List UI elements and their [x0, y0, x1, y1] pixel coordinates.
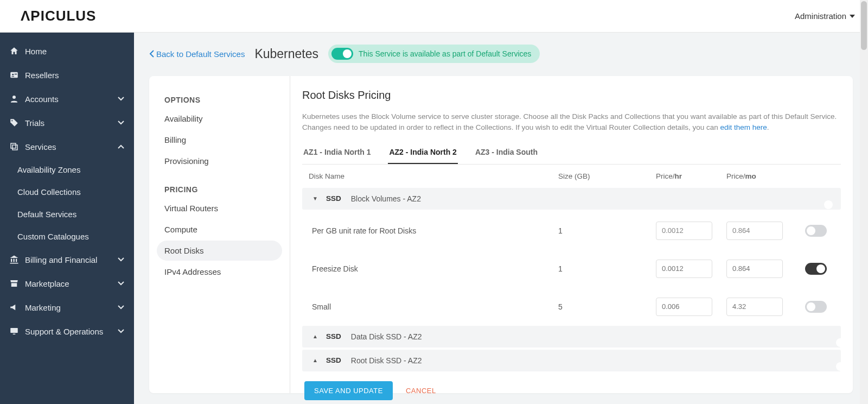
sidebar-item-billing[interactable]: Billing and Financial: [0, 248, 134, 272]
sidebar-label: Availability Zones: [17, 165, 80, 174]
page-title: Kubernetes: [254, 47, 318, 61]
group-tag: SSD: [326, 332, 341, 340]
layers-icon: [9, 141, 20, 152]
chevron-down-icon: [118, 329, 124, 333]
sidebar-item-accounts[interactable]: Accounts: [0, 87, 134, 111]
sidebar-label: Support & Operations: [25, 327, 103, 336]
options-panel: OPTIONS Availability Billing Provisionin…: [149, 76, 290, 393]
group-name: Data Disk SSD - AZ2: [351, 332, 834, 341]
price-mo-input[interactable]: [726, 298, 783, 316]
disk-row: Small 5: [302, 288, 841, 326]
bank-icon: [9, 254, 20, 265]
save-button[interactable]: SAVE AND UPDATE: [304, 381, 393, 400]
content-card: OPTIONS Availability Billing Provisionin…: [149, 76, 853, 393]
price-hr-input[interactable]: [656, 298, 712, 316]
sidebar-label: Accounts: [25, 94, 59, 104]
table-header: Disk Name Size (GB) Price/hr Price/mo: [302, 165, 841, 188]
sidebar-label: Trials: [25, 118, 44, 128]
tab-az3[interactable]: AZ3 - India South: [474, 143, 539, 164]
option-availability[interactable]: Availability: [157, 109, 282, 129]
monitor-icon: [9, 326, 20, 337]
megaphone-icon: [9, 302, 20, 313]
svg-rect-0: [10, 72, 18, 78]
desc-suffix: .: [767, 123, 769, 131]
cancel-button[interactable]: CANCEL: [406, 387, 436, 395]
svg-rect-6: [11, 143, 16, 148]
caret-down-icon: ▼: [309, 195, 322, 201]
sidebar-item-default-services[interactable]: Default Services: [9, 203, 134, 225]
group-name: Block Volumes - AZ2: [351, 194, 834, 203]
section-title-options: OPTIONS: [164, 96, 282, 104]
disk-size: 1: [558, 226, 656, 235]
tab-az2[interactable]: AZ2 - India North 2: [388, 143, 457, 164]
edit-link[interactable]: edit them here: [720, 123, 767, 131]
chevron-down-icon: [118, 257, 124, 262]
page-scrollbar[interactable]: [860, 0, 868, 404]
sidebar-item-marketplace[interactable]: Marketplace: [0, 272, 134, 295]
user-icon: [9, 93, 20, 104]
price-hr-input[interactable]: [656, 260, 712, 278]
sidebar-item-cloud-collections[interactable]: Cloud Collections: [9, 181, 134, 203]
sidebar-item-home[interactable]: Home: [0, 39, 134, 63]
admin-dropdown[interactable]: Administration: [795, 11, 855, 21]
sidebar-item-availability-zones[interactable]: Availability Zones: [9, 159, 134, 181]
main: Back to Default Services Kubernetes This…: [134, 33, 868, 404]
tab-az1[interactable]: AZ1 - India North 1: [302, 143, 372, 164]
tag-icon: [9, 117, 20, 128]
disk-name: Per GB unit rate for Root Disks: [309, 226, 558, 235]
brand-logo: ΛPICULUS: [21, 8, 96, 24]
disk-group-data-disk[interactable]: ▲ SSD Data Disk SSD - AZ2: [302, 326, 841, 348]
chevron-down-icon: [118, 121, 124, 125]
section-title-pricing: PRICING: [164, 185, 282, 194]
price-hr-input[interactable]: [656, 222, 712, 240]
disk-group-block-volumes[interactable]: ▼ SSD Block Volumes - AZ2: [302, 188, 841, 210]
row-toggle[interactable]: [805, 225, 827, 237]
sidebar-item-services[interactable]: Services: [0, 135, 134, 159]
sidebar-item-trials[interactable]: Trials: [0, 111, 134, 135]
caret-up-icon: ▲: [309, 357, 322, 363]
sidebar-label: Marketing: [25, 303, 61, 312]
back-link[interactable]: Back to Default Services: [149, 49, 245, 59]
option-root-disks[interactable]: Root Disks: [157, 241, 282, 261]
caret-down-icon: [850, 15, 855, 18]
sidebar-item-resellers[interactable]: Resellers: [0, 63, 134, 87]
sidebar-label: Marketplace: [25, 279, 69, 288]
price-mo-input[interactable]: [726, 222, 783, 240]
option-compute[interactable]: Compute: [157, 219, 282, 239]
svg-point-4: [12, 96, 16, 99]
option-ipv4[interactable]: IPv4 Addresses: [157, 262, 282, 282]
group-tag: SSD: [326, 194, 341, 203]
price-mo-input[interactable]: [726, 260, 783, 278]
home-icon: [9, 46, 20, 56]
sidebar-label: Billing and Financial: [25, 255, 97, 264]
content-description: Kubernetes uses the Block Volume service…: [302, 111, 841, 134]
row-toggle[interactable]: [805, 263, 827, 275]
sidebar: Home Resellers Accounts: [0, 33, 134, 404]
sidebar-label: Services: [25, 142, 56, 152]
actions-row: SAVE AND UPDATE CANCEL: [302, 381, 841, 400]
sidebar-item-marketing[interactable]: Marketing: [0, 295, 134, 319]
sidebar-label: Resellers: [25, 71, 59, 80]
sidebar-item-custom-catalogues[interactable]: Custom Catalogues: [9, 225, 134, 248]
sidebar-label: Home: [25, 47, 47, 56]
col-disk-name: Disk Name: [309, 172, 558, 180]
disk-name: Freesize Disk: [309, 264, 558, 273]
disk-row: Per GB unit rate for Root Disks 1: [302, 212, 841, 250]
svg-rect-2: [15, 74, 17, 75]
chevron-left-icon: [149, 50, 154, 58]
sidebar-item-support[interactable]: Support & Operations: [0, 319, 134, 343]
row-toggle[interactable]: [805, 301, 827, 313]
svg-rect-3: [12, 76, 15, 77]
sidebar-label: Default Services: [17, 210, 76, 219]
az-tabs: AZ1 - India North 1 AZ2 - India North 2 …: [302, 143, 841, 165]
scrollbar-thumb[interactable]: [861, 1, 867, 50]
disk-group-root-disk[interactable]: ▲ SSD Root Disk SSD - AZ2: [302, 350, 841, 371]
chevron-up-icon: [118, 144, 124, 149]
option-virtual-routers[interactable]: Virtual Routers: [157, 198, 282, 218]
svg-point-1: [12, 74, 14, 75]
option-provisioning[interactable]: Provisioning: [157, 151, 282, 171]
disk-row: Freesize Disk 1: [302, 250, 841, 288]
service-enabled-toggle[interactable]: [331, 48, 353, 60]
disk-size: 1: [558, 264, 656, 273]
option-billing[interactable]: Billing: [157, 130, 282, 150]
